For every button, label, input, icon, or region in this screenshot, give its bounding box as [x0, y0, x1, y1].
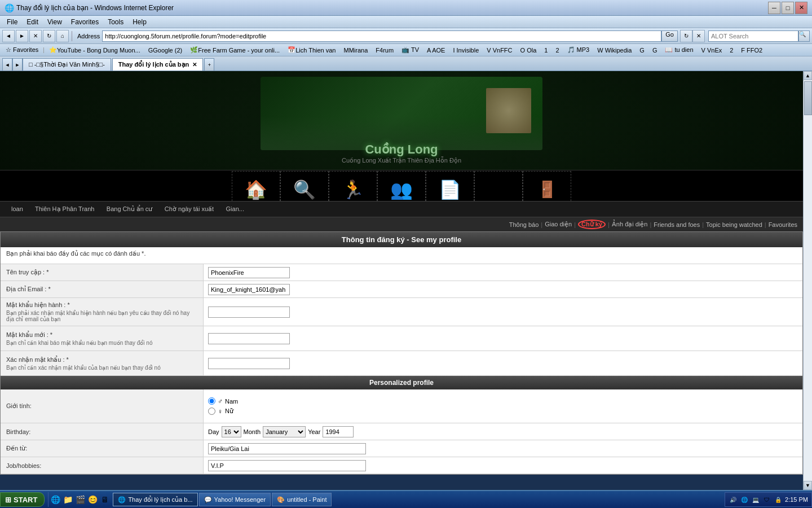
search-input[interactable]	[708, 30, 798, 42]
birthday-day-select[interactable]: 16	[222, 426, 241, 437]
tray-icon-4[interactable]: 🔒	[774, 495, 783, 504]
menu-view[interactable]: View	[43, 17, 67, 27]
refresh-btn2[interactable]: ↻	[680, 30, 692, 42]
fav-item-20[interactable]: F FFO2	[738, 46, 766, 54]
scroll-track[interactable]	[804, 80, 812, 481]
form-row-current-password: Mật khẩu hiện hành : * Bạn phải xác nhận…	[1, 298, 802, 326]
address-input[interactable]	[102, 30, 661, 42]
tray-icon-0[interactable]: 🔊	[729, 495, 738, 504]
value-confirm-password	[204, 351, 802, 375]
scroll-down-button[interactable]: ▼	[804, 481, 812, 490]
fav-item-3[interactable]: 📅 Lich Thien van	[284, 46, 339, 54]
birthday-year-input[interactable]	[323, 426, 354, 437]
input-new-password[interactable]	[208, 333, 290, 344]
ql-ie-icon[interactable]: 🌐	[50, 494, 61, 505]
go-button[interactable]: Go	[661, 30, 678, 42]
minimize-button[interactable]: ─	[768, 2, 780, 14]
stop-button[interactable]: ✕	[29, 30, 42, 42]
nav-anh-dai-dien[interactable]: Ảnh đại diện	[612, 221, 648, 228]
fav-item-1[interactable]: G Google (2)	[145, 46, 186, 54]
fav-item-4[interactable]: M Mirana	[340, 46, 371, 54]
home-button[interactable]: ⌂	[56, 30, 69, 42]
fav-item-17[interactable]: 📖 tu dien	[661, 46, 696, 54]
fav-item-8[interactable]: I Invisible	[449, 46, 482, 54]
fav-item-19[interactable]: 2	[726, 46, 736, 54]
nav-favourites[interactable]: Favourites	[769, 221, 797, 228]
input-confirm-password[interactable]	[208, 358, 290, 369]
scroll-thumb[interactable]	[804, 81, 812, 115]
input-username[interactable]	[208, 267, 290, 278]
taskbar-btn-paint[interactable]: 🎨 untitled - Paint	[272, 493, 332, 506]
nav-nhom[interactable]: 👥 Nhóm	[377, 171, 426, 202]
tab-1-close[interactable]: ✕	[192, 62, 197, 68]
scrollbar-right: ▲ ▼	[803, 71, 812, 490]
radio-input-female[interactable]	[208, 408, 215, 415]
input-job[interactable]	[208, 460, 366, 471]
member-icon: 🏃	[337, 174, 369, 202]
restore-button[interactable]: □	[782, 2, 794, 14]
refresh-button[interactable]: ↻	[43, 30, 55, 42]
fav-item-18[interactable]: V VnEx	[698, 46, 726, 54]
menu-edit[interactable]: Edit	[22, 17, 43, 27]
nav-tin[interactable]: 🔍 Tin	[280, 171, 329, 202]
nav-thoat[interactable]: 🚪 Thoát	[523, 171, 571, 202]
ql-screen-icon[interactable]: 🖥	[99, 494, 111, 505]
fav-item-15[interactable]: G	[636, 46, 648, 54]
nav-lylich[interactable]: 📄 Lý Lịch	[426, 171, 474, 202]
ql-media-icon[interactable]: 🎬	[74, 494, 86, 505]
fav-item-6[interactable]: 📺 TV	[398, 46, 422, 54]
form-body: Bạn phải khai báo đầy đủ các mục có đánh…	[1, 247, 802, 474]
menu-tools[interactable]: Tools	[103, 17, 128, 27]
fav-item-10[interactable]: O Ola	[517, 46, 540, 54]
radio-input-male[interactable]	[208, 397, 215, 405]
fav-item-0[interactable]: ⭐ YouTube - Bong Dung Muon...	[46, 46, 144, 54]
input-email[interactable]	[208, 284, 290, 295]
search-button[interactable]: 🔍	[798, 30, 810, 42]
fav-item-2[interactable]: 🌿 Free Farm Game - your onli...	[187, 46, 283, 54]
taskbar-btn-yahoo[interactable]: 💬 Yahoo! Messenger	[199, 493, 271, 506]
fav-item-14[interactable]: W Wikipedia	[594, 46, 635, 54]
tray-icon-1[interactable]: 🌐	[740, 495, 749, 504]
nav-giao-dien[interactable]: Giao diện	[545, 221, 572, 228]
fav-item-9[interactable]: V VnFFC	[483, 46, 515, 54]
scroll-up-button[interactable]: ▲	[804, 71, 812, 80]
tab-1[interactable]: Thay đổi lý lịch của bạn ✕	[112, 58, 203, 71]
birthday-month-select[interactable]: January February March April May June Ju…	[263, 426, 306, 437]
toolbar: ◄ ► ✕ ↻ ⌂ Address Go ↻ ✕ 🔍	[0, 28, 812, 44]
nav-thong-bao[interactable]: Thông báo	[509, 221, 539, 228]
start-button[interactable]: ⊞ START	[0, 492, 45, 507]
ql-folder-icon[interactable]: 📁	[62, 494, 73, 505]
back-button[interactable]: ◄	[2, 30, 15, 42]
taskbar-btn-ie[interactable]: 🌐 Thay đổi lý lịch của b...	[113, 493, 197, 506]
ql-smiley-icon[interactable]: 😊	[87, 494, 98, 505]
nav-friends-foes[interactable]: Friends and foes	[654, 221, 700, 228]
tab-0[interactable]: □ -□§Thời Đại Văn Minh§□-	[23, 58, 111, 71]
nav-thu[interactable]: ✉ Thư	[474, 171, 523, 202]
nav-topic-watched[interactable]: Topic being watched	[706, 221, 762, 228]
fav-item-12[interactable]: 2	[552, 46, 562, 54]
fav-item-7[interactable]: A AOE	[423, 46, 448, 54]
nav-chu-ky[interactable]: Chữ ký	[578, 220, 606, 229]
input-current-password[interactable]	[208, 306, 290, 318]
fav-item-16[interactable]: G	[649, 46, 661, 54]
fav-item-11[interactable]: 1	[541, 46, 551, 54]
fav-item-5[interactable]: F 4rum	[372, 46, 397, 54]
menu-file[interactable]: File	[2, 17, 22, 27]
tab-new[interactable]: +	[204, 58, 214, 71]
tray-icon-3[interactable]: 🛡	[762, 495, 771, 504]
tab-nav-right[interactable]: ►	[12, 58, 23, 71]
input-from[interactable]	[208, 443, 366, 454]
fav-item-13[interactable]: 🎵 MP3	[564, 46, 593, 54]
tab-nav-left[interactable]: ◄	[2, 58, 12, 71]
stop-btn2[interactable]: ✕	[692, 30, 705, 42]
nav-member[interactable]: 🏃 Member	[329, 171, 377, 202]
tray-icon-2[interactable]: 💻	[751, 495, 760, 504]
close-button[interactable]: ✕	[795, 2, 807, 14]
favorites-toggle[interactable]: ☆ Favorites	[2, 46, 42, 54]
profile-nav: Thông báo | Giao diện | Chữ ký | Ảnh đại…	[0, 217, 803, 231]
menu-favorites[interactable]: Favorites	[67, 17, 103, 27]
start-logo-icon: ⊞	[5, 496, 11, 504]
nav-forum[interactable]: 🏠 Forum	[232, 171, 280, 202]
forward-button[interactable]: ►	[16, 30, 28, 42]
menu-help[interactable]: Help	[128, 17, 151, 27]
